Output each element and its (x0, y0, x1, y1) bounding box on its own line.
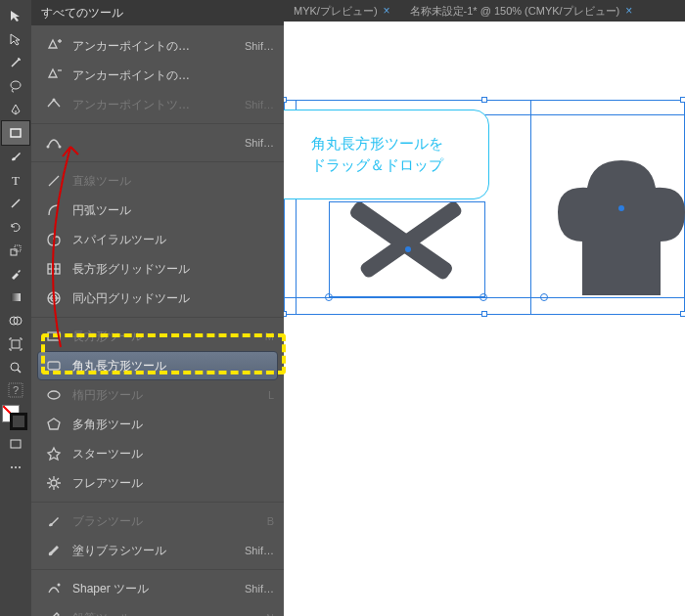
svg-point-36 (58, 584, 61, 587)
svg-text:T: T (12, 173, 20, 187)
tool-label: 鉛筆ツール (72, 610, 256, 617)
help-icon[interactable]: ? (2, 379, 29, 401)
tool-row-brush[interactable]: ブラシツールB (31, 506, 284, 536)
tool-row-flare[interactable]: フレアツール (31, 468, 284, 498)
svg-point-17 (11, 466, 13, 468)
tool-label: 長方形ツール (72, 329, 255, 345)
brush-tool-icon[interactable] (2, 145, 29, 168)
tool-row-rounded-rect[interactable]: 角丸長方形ツール (31, 351, 284, 380)
svg-point-35 (51, 480, 57, 486)
lasso-tool-icon[interactable] (2, 74, 29, 98)
svg-point-2 (11, 81, 21, 89)
svg-point-18 (15, 466, 17, 468)
rounded-rect-icon (45, 357, 63, 374)
color-swatches[interactable] (2, 405, 29, 432)
pencil-icon (45, 609, 63, 616)
tool-label: 直線ツール (72, 173, 264, 190)
tool-row-arc[interactable]: 円弧ツール (31, 196, 284, 225)
tool-label: 角丸長方形ツール (72, 358, 264, 374)
tool-label: スターツール (72, 446, 264, 462)
polar-grid-icon (45, 289, 63, 307)
tool-shortcut: B (267, 515, 274, 527)
tool-row-rect-grid[interactable]: 長方形グリッドツール (31, 254, 284, 284)
anchor-point[interactable] (540, 293, 548, 301)
anchor-point[interactable] (325, 293, 333, 301)
selection-handle[interactable] (680, 311, 685, 317)
tool-label: 楕円形ツール (72, 387, 258, 404)
tool-shortcut: Shif… (245, 99, 274, 110)
tool-row-anchor-add[interactable]: アンカーポイントの…Shif… (31, 31, 284, 61)
tool-row-blob-brush[interactable]: 塗りブラシツールShif… (31, 536, 284, 565)
tool-row-curvature[interactable]: Shif… (31, 128, 284, 157)
brush-icon (45, 512, 63, 530)
selection-handle[interactable] (481, 97, 487, 103)
tool-label: フレアツール (72, 475, 264, 492)
tool-row-ellipse[interactable]: 楕円形ツールL (31, 380, 284, 410)
svg-point-20 (53, 99, 56, 102)
tool-row-line[interactable]: 直線ツール (31, 166, 284, 196)
svg-rect-16 (11, 440, 21, 448)
document-tab[interactable]: MYK/プレビュー) × (284, 0, 400, 22)
tool-row-polygon[interactable]: 多角形ツール (31, 410, 284, 439)
anchor-point[interactable] (480, 293, 487, 301)
all-tools-panel: すべてのツール アンカーポイントの…Shif…アンカーポイントの…アンカーポイン… (31, 0, 284, 616)
shape-builder-tool-icon[interactable] (2, 309, 29, 332)
eyedropper-tool-icon[interactable] (2, 262, 29, 286)
tool-label: Shaper ツール (72, 581, 235, 597)
selection-handle[interactable] (680, 97, 685, 103)
panel-title: すべてのツール (31, 0, 284, 25)
tool-row-anchor-del[interactable]: アンカーポイントの… (31, 61, 284, 90)
tool-row-polar-grid[interactable]: 同心円グリッドツール (31, 284, 284, 313)
tool-label: 円弧ツール (72, 202, 264, 219)
tool-shortcut: L (268, 389, 274, 401)
rotate-tool-icon[interactable] (2, 215, 29, 239)
blob-brush-icon (45, 542, 63, 559)
svg-text:?: ? (13, 384, 19, 396)
close-tab-icon[interactable]: × (625, 4, 632, 18)
selection-handle[interactable] (481, 311, 487, 317)
svg-rect-8 (11, 293, 21, 301)
type-tool-icon[interactable]: T (2, 168, 29, 192)
arc-icon (45, 201, 63, 219)
magic-wand-tool-icon[interactable] (2, 51, 29, 74)
tool-shortcut: M (265, 330, 274, 342)
tool-row-anchor-convert[interactable]: アンカーポイントツ…Shif… (31, 90, 284, 119)
tool-row-pencil[interactable]: 鉛筆ツールN (31, 603, 284, 616)
tool-row-rectangle[interactable]: 長方形ツールM (31, 322, 284, 351)
center-point[interactable] (618, 205, 624, 211)
selection-tool-icon[interactable] (2, 4, 29, 27)
screen-mode-icon[interactable] (2, 432, 29, 456)
center-point[interactable] (405, 246, 411, 252)
pen-tool-icon[interactable] (2, 98, 29, 121)
star-icon (45, 445, 63, 462)
anchor-del-icon (45, 66, 63, 84)
line-icon (45, 172, 63, 190)
zoom-tool-icon[interactable] (2, 356, 29, 379)
direct-select-tool-icon[interactable] (2, 27, 29, 51)
tool-label: ブラシツール (72, 513, 257, 530)
line-tool-icon[interactable] (2, 192, 29, 215)
gradient-tool-icon[interactable] (2, 286, 29, 309)
close-tab-icon[interactable]: × (384, 4, 390, 18)
document-tab[interactable]: 名称未設定-1* @ 150% (CMYK/プレビュー) × (400, 0, 643, 22)
tool-row-spiral[interactable]: スパイラルツール (31, 225, 284, 254)
polygon-icon (45, 416, 63, 433)
tool-shortcut: Shif… (245, 583, 274, 594)
tool-shortcut: Shif… (245, 137, 274, 149)
tool-shortcut: Shif… (245, 40, 274, 52)
rectangle-tool-icon[interactable] (2, 121, 29, 145)
svg-rect-3 (11, 129, 21, 137)
spiral-icon (45, 231, 63, 248)
stroke-swatch[interactable] (10, 413, 27, 430)
tool-label: 塗りブラシツール (72, 543, 235, 559)
artboard-tool-icon[interactable] (2, 332, 29, 356)
guide-line (530, 100, 531, 315)
tool-row-star[interactable]: スターツール (31, 439, 284, 468)
rectangle-icon (45, 328, 63, 345)
edit-toolbar-icon[interactable] (2, 456, 29, 479)
tool-label: 長方形グリッドツール (72, 261, 264, 278)
tool-label: アンカーポイントツ… (72, 97, 235, 113)
tool-row-shaper[interactable]: Shaper ツールShif… (31, 574, 284, 603)
scale-tool-icon[interactable] (2, 239, 29, 262)
svg-rect-6 (11, 249, 17, 255)
